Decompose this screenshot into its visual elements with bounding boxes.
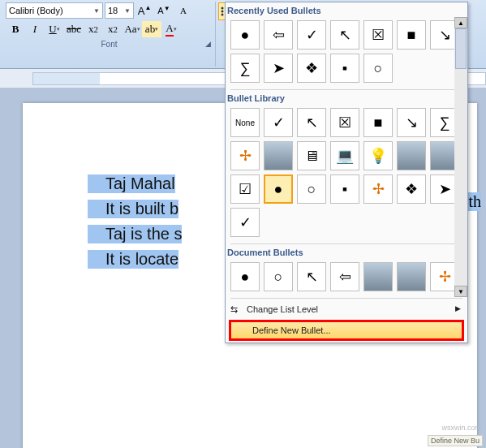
bullet-option-circle[interactable]: ○ xyxy=(297,174,326,204)
bullet-option-circle[interactable]: ○ xyxy=(363,54,393,83)
bullet-option-image-taj2[interactable] xyxy=(397,262,426,291)
bullet-option-square-small[interactable]: ▪ xyxy=(330,174,359,204)
bullet-option-none[interactable]: None xyxy=(230,108,260,137)
bullet-option-arrow-nw[interactable]: ↖ xyxy=(297,108,326,137)
scroll-up-button[interactable]: ▲ xyxy=(454,17,467,28)
overflow-text: th xyxy=(468,192,481,211)
bullet-option-plus-multi[interactable]: ✢ xyxy=(363,174,393,204)
bullet-library-grid: None ✓ ↖ ☒ ■ ↘ ∑ ✢ 🖥 💻 💡 ☑ ● ○ ▪ ✢ ❖ ➤ ✓ xyxy=(226,106,467,242)
watermark: wsxwin.com xyxy=(441,424,481,432)
bullet-option-sigma[interactable]: ∑ xyxy=(230,54,260,83)
bullet-library-header: Bullet Library xyxy=(227,93,467,103)
bullet-option-square-small[interactable]: ▪ xyxy=(330,54,359,83)
dropdown-scrollbar[interactable]: ▲ ▼ xyxy=(454,17,467,297)
chevron-down-icon: ▼ xyxy=(124,7,131,15)
grow-font-button[interactable]: A▲ xyxy=(135,2,153,19)
bullet-option-image-photo[interactable] xyxy=(363,262,393,291)
clear-formatting-button[interactable]: A xyxy=(174,2,192,19)
bullet-option-dot-selected[interactable]: ● xyxy=(264,174,293,204)
bullet-option-image-photo1[interactable] xyxy=(397,141,426,170)
bullet-option-arrow-left[interactable]: ⇦ xyxy=(264,20,293,50)
font-color-button[interactable]: A▾ xyxy=(161,21,181,37)
bullet-option-diamond4[interactable]: ❖ xyxy=(397,174,426,204)
change-case-button[interactable]: Aa▾ xyxy=(123,21,142,37)
svg-point-4 xyxy=(221,14,224,16)
bullet-option-image-monitor[interactable]: 🖥 xyxy=(297,141,326,170)
bullet-option-arrow-nw[interactable]: ↖ xyxy=(297,262,326,291)
scroll-thumb[interactable] xyxy=(455,28,467,69)
font-group-label: Font ◢ xyxy=(6,40,213,49)
bold-button[interactable]: B xyxy=(6,21,25,37)
bullet-option-check[interactable]: ✓ xyxy=(264,108,293,137)
bullet-option-dot[interactable]: ● xyxy=(230,20,260,50)
bullet-option-diamond4[interactable]: ❖ xyxy=(297,54,326,83)
font-dialog-launcher[interactable]: ◢ xyxy=(205,40,211,48)
bullet-option-image-taj[interactable] xyxy=(264,141,293,170)
submenu-arrow-icon: ▶ xyxy=(455,304,461,312)
bullet-option-arrow-nw[interactable]: ↖ xyxy=(330,20,359,50)
bullet-option-circle[interactable]: ○ xyxy=(264,262,293,291)
bullet-option-square[interactable]: ■ xyxy=(397,20,426,50)
document-bullets-grid: ● ○ ↖ ⇦ ✢ xyxy=(226,261,467,296)
document-bullets-header: Document Bullets xyxy=(227,248,467,257)
bullet-option-checkbox[interactable]: ☑ xyxy=(230,174,260,204)
define-new-bullet-menu[interactable]: Define New Bullet... xyxy=(229,320,464,341)
subscript-button[interactable]: x2 xyxy=(84,21,103,37)
shrink-font-button[interactable]: A▼ xyxy=(155,2,173,19)
change-list-level-menu[interactable]: ⇆ Change List Level ▶ xyxy=(226,300,467,318)
list-level-icon: ⇆ xyxy=(230,304,238,315)
bullet-option-image-bulb[interactable]: 💡 xyxy=(363,141,393,170)
bullet-option-arrow-se[interactable]: ↘ xyxy=(397,108,426,137)
font-size-combo[interactable]: 18 ▼ xyxy=(105,2,134,19)
underline-button[interactable]: U▾ xyxy=(45,21,64,37)
bullet-option-square[interactable]: ■ xyxy=(363,108,393,137)
recent-bullets-header: Recently Used Bullets xyxy=(227,6,467,15)
strikethrough-button[interactable]: abc xyxy=(64,21,84,37)
chevron-down-icon: ▼ xyxy=(93,7,100,15)
font-group: Calibri (Body) ▼ 18 ▼ A▲ A▼ A B I U▾ abc… xyxy=(3,2,216,67)
scroll-down-button[interactable]: ▼ xyxy=(454,286,467,297)
font-name-value: Calibri (Body) xyxy=(9,6,63,15)
bullet-option-dot[interactable]: ● xyxy=(230,262,260,291)
superscript-button[interactable]: x2 xyxy=(103,21,123,37)
bullet-option-plus-color[interactable]: ✢ xyxy=(230,141,260,170)
highlight-button[interactable]: ab▾ xyxy=(142,21,161,37)
svg-point-0 xyxy=(221,7,224,10)
font-name-combo[interactable]: Calibri (Body) ▼ xyxy=(6,2,103,19)
bullets-dropdown: Recently Used Bullets ● ⇦ ✓ ↖ ☒ ■ ↘ ∑ ➤ … xyxy=(225,2,468,343)
recent-bullets-grid: ● ⇦ ✓ ↖ ☒ ■ ↘ ∑ ➤ ❖ ▪ ○ xyxy=(226,19,467,88)
bullet-option-triangle[interactable]: ➤ xyxy=(264,54,293,83)
status-tooltip: Define New Bu xyxy=(428,435,483,446)
bullet-option-check2[interactable]: ✓ xyxy=(230,208,260,237)
bullet-option-x-box[interactable]: ☒ xyxy=(363,20,393,50)
italic-button[interactable]: I xyxy=(25,21,45,37)
svg-point-2 xyxy=(221,11,224,13)
bullet-option-image-screen[interactable]: 💻 xyxy=(330,141,359,170)
bullet-option-x-box[interactable]: ☒ xyxy=(330,108,359,137)
font-size-value: 18 xyxy=(108,6,118,15)
bullet-option-check[interactable]: ✓ xyxy=(297,20,326,50)
bullet-option-arrow-left[interactable]: ⇦ xyxy=(330,262,359,291)
